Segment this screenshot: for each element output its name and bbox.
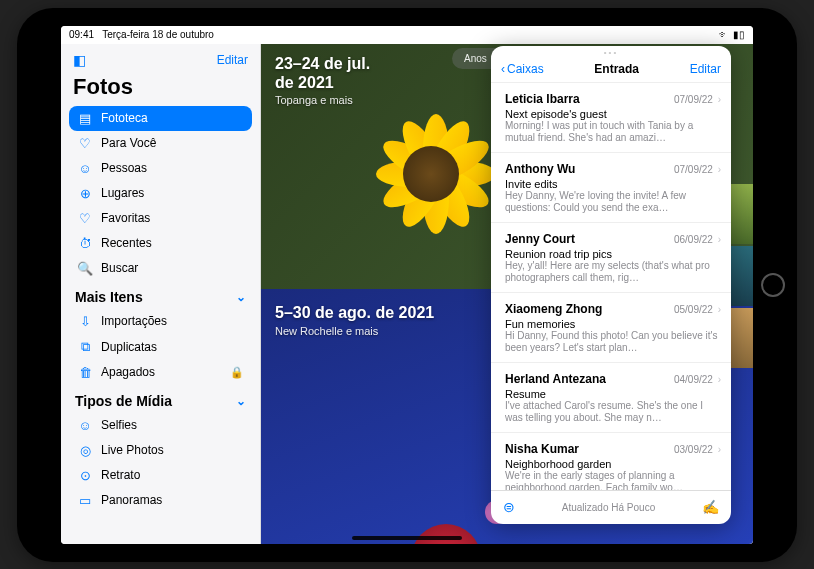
sidebar-item-label: Favoritas <box>101 211 150 225</box>
mail-item[interactable]: Leticia Ibarra 07/09/22 › Next episode's… <box>491 83 731 153</box>
chevron-down-icon: ⌄ <box>236 290 246 304</box>
compose-icon[interactable]: ✍ <box>702 499 719 515</box>
livephoto-icon: ◎ <box>77 443 93 458</box>
mail-date: 07/09/22 <box>674 94 713 105</box>
chevron-right-icon: › <box>715 94 721 105</box>
sidebar-item-label: Lugares <box>101 186 144 200</box>
search-icon: 🔍 <box>77 261 93 276</box>
mail-item[interactable]: Anthony Wu 07/09/22 › Invite edits Hey D… <box>491 153 731 223</box>
foryou-icon: ♡ <box>77 136 93 151</box>
mail-date: 04/09/22 <box>674 374 713 385</box>
mail-subject: Neighborhood garden <box>505 458 721 470</box>
clock-icon: ⏱ <box>77 236 93 251</box>
screen: 09:41 Terça-feira 18 de outubro ᯤ ▮▯ ◧ E… <box>61 26 753 544</box>
mail-toolbar: ⊜ Atualizado Há Pouco ✍ <box>491 490 731 524</box>
mail-subject: Resume <box>505 388 721 400</box>
sidebar-item-label: Selfies <box>101 418 137 432</box>
sidebar-item-places[interactable]: ⊕ Lugares <box>69 181 252 206</box>
trash-icon: 🗑 <box>77 365 93 380</box>
chevron-right-icon: › <box>715 444 721 455</box>
home-button[interactable] <box>761 273 785 297</box>
selfie-icon: ☺ <box>77 418 93 433</box>
sidebar-item-duplicates[interactable]: ⧉ Duplicatas <box>69 334 252 360</box>
sidebar-item-label: Buscar <box>101 261 138 275</box>
home-indicator[interactable] <box>352 536 462 540</box>
mail-preview: Hi Danny, Found this photo! Can you beli… <box>505 330 721 355</box>
mail-sender: Xiaomeng Zhong <box>505 302 602 316</box>
mail-preview: Hey, y'all! Here are my selects (that's … <box>505 260 721 285</box>
sidebar-item-label: Fototeca <box>101 111 148 125</box>
mail-edit-button[interactable]: Editar <box>690 62 721 76</box>
sidebar-item-label: Panoramas <box>101 493 162 507</box>
battery-icon: ▮▯ <box>733 29 745 40</box>
sidebar-item-deleted[interactable]: 🗑 Apagados 🔒 <box>69 360 252 385</box>
wifi-icon: ᯤ <box>719 29 729 40</box>
portrait-icon: ⊙ <box>77 468 93 483</box>
sidebar-toggle-icon[interactable]: ◧ <box>73 52 86 68</box>
section-more[interactable]: Mais Itens ⌄ <box>69 281 252 309</box>
sidebar-item-people[interactable]: ☺ Pessoas <box>69 156 252 181</box>
card-subtitle: New Rochelle e mais <box>275 325 378 337</box>
mail-date: 07/09/22 <box>674 164 713 175</box>
sidebar-item-imports[interactable]: ⇩ Importações <box>69 309 252 334</box>
status-time: 09:41 <box>69 29 94 40</box>
sidebar-item-selfies[interactable]: ☺ Selfies <box>69 413 252 438</box>
chevron-right-icon: › <box>715 304 721 315</box>
sidebar-item-panoramas[interactable]: ▭ Panoramas <box>69 488 252 513</box>
sidebar-item-portrait[interactable]: ⊙ Retrato <box>69 463 252 488</box>
sidebar-item-livephotos[interactable]: ◎ Live Photos <box>69 438 252 463</box>
mail-slideover: ••• ‹ Caixas Entrada Editar Leticia Ibar… <box>491 46 731 524</box>
mail-list[interactable]: Leticia Ibarra 07/09/22 › Next episode's… <box>491 83 731 490</box>
card-title: 5–30 de ago. de 2021 <box>275 303 434 322</box>
status-bar: 09:41 Terça-feira 18 de outubro ᯤ ▮▯ <box>61 26 753 44</box>
sidebar-item-recents[interactable]: ⏱ Recentes <box>69 231 252 256</box>
library-icon: ▤ <box>77 111 93 126</box>
sidebar-item-label: Apagados <box>101 365 155 379</box>
mail-subject: Fun memories <box>505 318 721 330</box>
mail-subject: Invite edits <box>505 178 721 190</box>
mail-date: 03/09/22 <box>674 444 713 455</box>
mail-item[interactable]: Herland Antezana 04/09/22 › Resume I've … <box>491 363 731 433</box>
chevron-right-icon: › <box>715 234 721 245</box>
sidebar-item-label: Recentes <box>101 236 152 250</box>
mail-title: Entrada <box>594 62 639 76</box>
mail-item[interactable]: Jenny Court 06/09/22 › Reunion road trip… <box>491 223 731 293</box>
slideover-grabber[interactable]: ••• <box>491 46 731 60</box>
import-icon: ⇩ <box>77 314 93 329</box>
section-media[interactable]: Tipos de Mídia ⌄ <box>69 385 252 413</box>
sidebar-title: Fotos <box>69 74 252 106</box>
ipad-frame: 09:41 Terça-feira 18 de outubro ᯤ ▮▯ ◧ E… <box>17 8 797 562</box>
mail-sender: Jenny Court <box>505 232 575 246</box>
filter-icon[interactable]: ⊜ <box>503 499 515 515</box>
sidebar-item-favorites[interactable]: ♡ Favoritas <box>69 206 252 231</box>
sidebar-item-label: Duplicatas <box>101 340 157 354</box>
mail-item[interactable]: Nisha Kumar 03/09/22 › Neighborhood gard… <box>491 433 731 490</box>
sidebar-item-foryou[interactable]: ♡ Para Você <box>69 131 252 156</box>
lock-icon: 🔒 <box>230 366 244 379</box>
chevron-right-icon: › <box>715 164 721 175</box>
duplicates-icon: ⧉ <box>77 339 93 355</box>
mail-sender: Leticia Ibarra <box>505 92 580 106</box>
sidebar-edit-button[interactable]: Editar <box>217 53 248 67</box>
mail-preview: Morning! I was put in touch with Tania b… <box>505 120 721 145</box>
mail-subject: Next episode's guest <box>505 108 721 120</box>
sidebar-item-label: Pessoas <box>101 161 147 175</box>
mail-back-button[interactable]: ‹ Caixas <box>501 62 544 76</box>
mail-date: 06/09/22 <box>674 234 713 245</box>
mail-item[interactable]: Xiaomeng Zhong 05/09/22 › Fun memories H… <box>491 293 731 363</box>
sidebar-item-label: Importações <box>101 314 167 328</box>
photos-sidebar: ◧ Editar Fotos ▤ Fototeca ♡ Para Você ☺ … <box>61 44 261 544</box>
status-date: Terça-feira 18 de outubro <box>102 29 214 40</box>
sidebar-item-label: Retrato <box>101 468 140 482</box>
chevron-down-icon: ⌄ <box>236 394 246 408</box>
people-icon: ☺ <box>77 161 93 176</box>
sidebar-item-library[interactable]: ▤ Fototeca <box>69 106 252 131</box>
mail-preview: We're in the early stages of planning a … <box>505 470 721 490</box>
mail-subject: Reunion road trip pics <box>505 248 721 260</box>
panorama-icon: ▭ <box>77 493 93 508</box>
sidebar-item-label: Para Você <box>101 136 156 150</box>
chevron-right-icon: › <box>715 374 721 385</box>
mail-sender: Nisha Kumar <box>505 442 579 456</box>
mail-status: Atualizado Há Pouco <box>562 502 655 513</box>
sidebar-item-search[interactable]: 🔍 Buscar <box>69 256 252 281</box>
